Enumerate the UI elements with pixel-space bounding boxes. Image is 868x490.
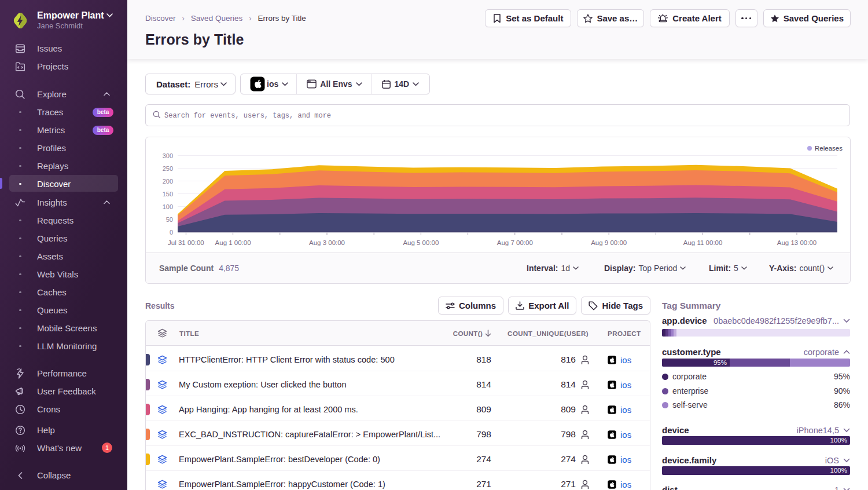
svg-text:200: 200	[163, 178, 173, 185]
svg-text:0: 0	[170, 229, 173, 236]
svg-text:Releases: Releases	[815, 145, 843, 152]
svg-text:Aug 9 00:00: Aug 9 00:00	[591, 239, 627, 246]
svg-text:Aug 11 00:00: Aug 11 00:00	[683, 239, 723, 246]
svg-text:150: 150	[163, 191, 173, 198]
svg-text:Aug 13 00:00: Aug 13 00:00	[777, 239, 816, 246]
svg-text:Aug 3 00:00: Aug 3 00:00	[309, 239, 345, 246]
svg-text:Aug 1 00:00: Aug 1 00:00	[215, 239, 251, 246]
svg-text:300: 300	[163, 152, 173, 159]
svg-text:Aug 7 00:00: Aug 7 00:00	[497, 239, 533, 246]
svg-text:250: 250	[163, 165, 173, 172]
svg-text:50: 50	[166, 216, 173, 223]
svg-text:100: 100	[163, 203, 173, 210]
svg-text:Jul 31 00:00: Jul 31 00:00	[168, 239, 204, 246]
svg-text:Aug 5 00:00: Aug 5 00:00	[403, 239, 439, 246]
